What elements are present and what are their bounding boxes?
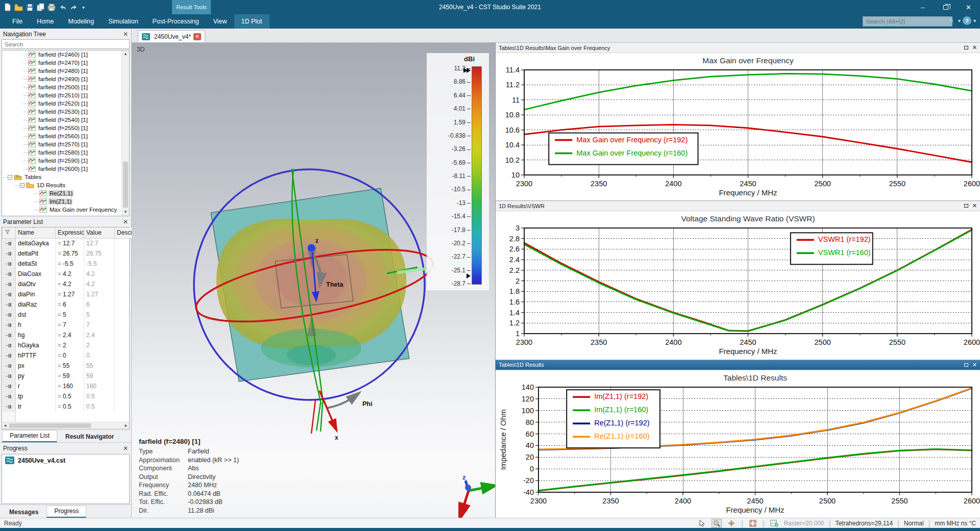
pin-icon[interactable] (3, 391, 16, 401)
parameter-horizontal-scrollbar[interactable]: ◄ ► (2, 422, 129, 429)
close-icon[interactable]: ✕ (972, 44, 977, 51)
tree-item-result[interactable]: Im(Z1,1) (2, 197, 121, 206)
tree-item-farfield[interactable]: farfield (f=2520) [1] (2, 99, 121, 108)
pin-icon[interactable] (3, 381, 16, 391)
ribbon-tab-post-processing[interactable]: Post-Processing (145, 14, 206, 29)
zoom-tool-icon[interactable] (712, 519, 722, 528)
tree-item-farfield[interactable]: farfield (f=2480) [1] (2, 67, 121, 75)
tree-item-farfield[interactable]: farfield (f=2560) [1] (2, 132, 121, 140)
parameter-row[interactable]: hPTTF=00 (3, 350, 133, 361)
parameter-expression[interactable]: =4.2 (56, 279, 84, 289)
column-header-expression[interactable]: Expressio (56, 227, 84, 238)
parameter-expression[interactable]: =6 (56, 299, 84, 310)
tree-item-farfield[interactable]: farfield (f=2580) [1] (2, 148, 121, 157)
panel-impedance-header[interactable]: Tables\1D Results ✕ (496, 360, 980, 370)
pin-icon[interactable] (3, 248, 16, 259)
parameter-row[interactable]: h=77 (3, 320, 133, 330)
vswr-chart[interactable]: Voltage Standing Wave Ratio (VSWR)230023… (496, 211, 980, 359)
tree-vertical-scrollbar[interactable]: ▲ ▼ (121, 50, 129, 216)
status-units[interactable]: mm MHz ns °C (935, 520, 976, 527)
parameter-list-close-icon[interactable]: ✕ (123, 218, 128, 225)
tree-search-input[interactable] (2, 40, 129, 48)
parameter-row[interactable]: hGayka=22 (3, 340, 133, 350)
status-mode[interactable]: Normal (904, 520, 924, 527)
filter-column-header[interactable] (3, 227, 16, 238)
tree-item-farfield[interactable]: farfield (f=2600) [1] (2, 165, 121, 173)
parameter-expression[interactable]: =0.5 (56, 391, 84, 401)
column-header-description[interactable]: Descrip (115, 227, 133, 238)
scroll-down-icon[interactable]: ▼ (122, 209, 129, 216)
tree-item-farfield[interactable]: farfield (f=2590) [1] (2, 157, 121, 165)
pin-icon[interactable] (3, 350, 16, 361)
pin-icon[interactable] (3, 330, 16, 340)
pin-icon[interactable] (3, 371, 16, 381)
parameter-expression[interactable]: =160 (56, 381, 84, 391)
pin-icon[interactable] (3, 361, 16, 371)
pin-icon[interactable] (3, 340, 16, 350)
tree-item-farfield[interactable]: farfield (f=2510) [1] (2, 91, 121, 99)
tab-result-navigator[interactable]: Result Navigator (58, 432, 121, 442)
tree-expander-icon[interactable]: − (20, 183, 24, 188)
cursor-tool-icon[interactable] (697, 519, 707, 528)
progress-project-item[interactable]: 2450Uve_v4.cst (5, 457, 126, 464)
pin-icon[interactable] (3, 269, 16, 279)
parameter-expression[interactable]: =7 (56, 320, 84, 330)
new-parameter-row[interactable] (3, 412, 133, 422)
panel-max-gain-header[interactable]: Tables\1D Results\Max Gain over Frequenc… (496, 43, 980, 53)
pin-icon[interactable] (3, 310, 16, 320)
pin-icon[interactable] (3, 259, 16, 269)
tree-expander-icon[interactable]: − (8, 175, 12, 180)
parameter-row[interactable]: DiaCoax=4.24.2 (3, 269, 133, 279)
parameter-expression[interactable]: =59 (56, 371, 84, 381)
parameter-row[interactable]: diaRaz=66 (3, 299, 133, 310)
pin-icon[interactable] (3, 279, 16, 289)
document-tab[interactable]: 2450Uve_v4* ✕ (138, 30, 205, 42)
column-header-name[interactable]: ⌃Name (16, 227, 56, 238)
parameter-row[interactable]: deltaSt=-5.5-5.5 (3, 259, 133, 269)
parameter-row[interactable]: diaOtv=4.24.2 (3, 279, 133, 289)
parameter-expression[interactable]: =2 (56, 340, 84, 350)
pin-icon[interactable] (3, 401, 16, 412)
tree-item-farfield[interactable]: farfield (f=2460) [1] (2, 50, 121, 59)
save-icon[interactable] (26, 4, 34, 11)
close-button[interactable]: ✕ (957, 0, 980, 14)
add-result-icon[interactable] (769, 519, 779, 528)
max-gain-chart[interactable]: Max Gain over Frequency23002350240024502… (496, 53, 980, 200)
parameter-expression[interactable]: =12.7 (56, 238, 84, 248)
qat-customize-chevron-icon[interactable]: ▾ (82, 5, 85, 10)
pin-icon[interactable] (3, 320, 16, 330)
column-header-value[interactable]: Value (84, 227, 115, 238)
tree-item-farfield[interactable]: farfield (f=2540) [1] (2, 116, 121, 124)
pin-icon[interactable] (3, 289, 16, 299)
search-icon[interactable]: 🔍 (948, 18, 955, 25)
maximize-icon[interactable] (964, 363, 968, 367)
parameter-expression[interactable]: =4.2 (56, 269, 84, 279)
redo-icon[interactable] (70, 4, 78, 11)
copy-icon[interactable] (37, 3, 44, 11)
parameter-row[interactable]: dst=55 (3, 310, 133, 320)
tree-item-farfield[interactable]: farfield (f=2530) [1] (2, 108, 121, 116)
tab-parameter-list[interactable]: Parameter List (2, 430, 57, 442)
print-icon[interactable] (47, 4, 56, 11)
document-tab-close-icon[interactable]: ✕ (193, 33, 201, 40)
navigation-tree-close-icon[interactable]: ✕ (123, 31, 128, 38)
parameter-expression[interactable]: =55 (56, 361, 84, 371)
pin-icon[interactable] (3, 238, 16, 248)
undo-icon[interactable] (59, 4, 67, 11)
tree-item-1d-results[interactable]: −1D Results (2, 181, 121, 189)
maximize-icon[interactable] (964, 46, 968, 49)
parameter-expression[interactable]: =0 (56, 350, 84, 361)
parameter-row[interactable]: deltaGayka=12.712.7 (3, 238, 133, 248)
close-icon[interactable]: ✕ (972, 362, 977, 368)
ribbon-tab-1d-plot[interactable]: 1D Plot (234, 14, 270, 29)
parameter-expression[interactable]: =5 (56, 310, 84, 320)
impedance-chart[interactable]: Tables\1D Results23002350240024502500255… (496, 370, 980, 518)
close-icon[interactable]: ✕ (972, 203, 977, 209)
tree-item-result[interactable]: Re(Z1,1) (2, 189, 121, 197)
ribbon-search-box[interactable]: 🔍 (863, 16, 952, 27)
progress-close-icon[interactable]: ✕ (123, 445, 128, 452)
tree-item-farfield[interactable]: farfield (f=2550) [1] (2, 124, 121, 132)
ribbon-tab-view[interactable]: View (206, 14, 234, 29)
parameter-row[interactable]: hg=2.42.4 (3, 330, 133, 340)
ribbon-tab-simulation[interactable]: Simulation (101, 14, 145, 29)
